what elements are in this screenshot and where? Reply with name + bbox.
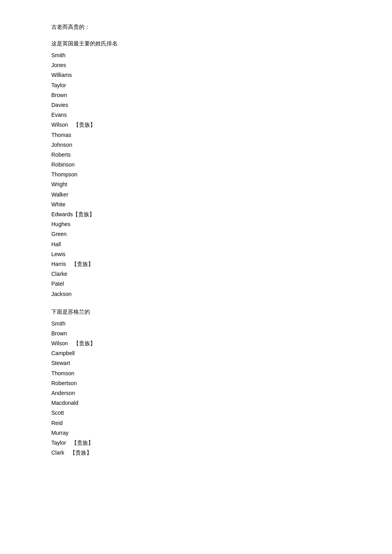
list-item: Roberts (51, 150, 341, 160)
name-text: Evans (51, 112, 67, 118)
list-item: Wilson 【贵族】 (51, 339, 341, 348)
name-text: Stewart (51, 360, 70, 366)
list-item: Murray (51, 428, 341, 438)
name-text: Robinson (51, 161, 75, 168)
page-container: 古老而高贵的： 这是英国最主要的姓氏排名 SmithJonesWilliamsT… (51, 24, 341, 458)
name-text: Davies (51, 102, 68, 108)
name-text: Harris (51, 261, 66, 267)
list-item: Scott (51, 408, 341, 418)
list-item: Harris 【贵族】 (51, 259, 341, 269)
name-text: Patel (51, 281, 64, 287)
name-text: Taylor (51, 82, 66, 88)
name-text: Murray (51, 430, 69, 436)
list-item: Edwards【贵族】 (51, 210, 341, 219)
name-text: Jackson (51, 291, 71, 297)
list-item: Clark 【贵族】 (51, 448, 341, 458)
name-text: Edwards (51, 211, 73, 217)
name-text: Reid (51, 420, 63, 426)
list-item: Jackson (51, 289, 341, 299)
noble-tag: 【贵族】 (68, 340, 96, 346)
list-item: Davies (51, 100, 341, 110)
list-item: Walker (51, 190, 341, 200)
list-item: Johnson (51, 140, 341, 150)
list-item: Green (51, 229, 341, 239)
list-item: Lewis (51, 249, 341, 259)
name-text: Wilson (51, 122, 68, 128)
list-item: Stewart (51, 358, 341, 368)
name-text: Campbell (51, 350, 75, 356)
name-text: Smith (51, 52, 66, 58)
name-text: Hughes (51, 221, 70, 227)
list-item: Patel (51, 279, 341, 289)
noble-tag: 【贵族】 (68, 122, 96, 128)
name-text: Wright (51, 181, 67, 187)
name-text: Jones (51, 62, 66, 68)
name-text: Taylor (51, 440, 66, 446)
name-text: Brown (51, 330, 67, 337)
list-item: Hughes (51, 219, 341, 229)
name-text: Johnson (51, 142, 72, 148)
list-item: Hall (51, 240, 341, 249)
noble-tag: 【贵族】 (64, 449, 92, 456)
list-item: Taylor (51, 80, 341, 90)
name-text: Scott (51, 410, 64, 416)
list-item: Clarke (51, 269, 341, 279)
list-item: Thomson (51, 369, 341, 378)
list-item: Brown (51, 329, 341, 339)
noble-tag: 【贵族】 (66, 261, 94, 267)
name-text: Brown (51, 92, 67, 98)
scotland-name-list: SmithBrownWilson 【贵族】CampbellStewartThom… (51, 319, 341, 458)
name-text: White (51, 201, 66, 208)
name-text: Robertson (51, 380, 77, 386)
list-item: Taylor 【贵族】 (51, 438, 341, 448)
name-text: Thomas (51, 132, 71, 138)
list-item: Wilson 【贵族】 (51, 120, 341, 130)
name-text: Lewis (51, 251, 66, 257)
section2-intro: 下面是苏格兰的 (51, 309, 341, 316)
list-item: Macdonald (51, 398, 341, 408)
list-item: Williams (51, 70, 341, 80)
section1-subtitle: 这是英国最主要的姓氏排名 (51, 40, 341, 47)
list-item: Robertson (51, 378, 341, 388)
list-item: Robinson (51, 160, 341, 170)
list-item: Wright (51, 180, 341, 189)
name-text: Macdonald (51, 400, 79, 406)
list-item: Reid (51, 418, 341, 428)
list-item: White (51, 200, 341, 210)
name-text: Wilson (51, 340, 68, 346)
list-item: Thomas (51, 130, 341, 140)
name-text: Thomson (51, 370, 74, 376)
name-text: Walker (51, 191, 68, 198)
list-item: Smith (51, 51, 341, 60)
name-text: Green (51, 231, 67, 237)
name-text: Clarke (51, 271, 67, 277)
list-item: Evans (51, 110, 341, 120)
name-text: Roberts (51, 152, 71, 158)
name-text: Thompson (51, 171, 77, 178)
list-item: Brown (51, 90, 341, 100)
name-text: Hall (51, 241, 61, 247)
list-item: Campbell (51, 348, 341, 358)
list-item: Thompson (51, 170, 341, 180)
name-text: Smith (51, 320, 66, 327)
noble-tag: 【贵族】 (73, 211, 95, 217)
list-item: Smith (51, 319, 341, 329)
name-text: Anderson (51, 390, 75, 396)
list-item: Jones (51, 60, 341, 70)
name-text: Williams (51, 72, 72, 78)
england-name-list: SmithJonesWilliamsTaylorBrownDaviesEvans… (51, 51, 341, 299)
list-item: Anderson (51, 388, 341, 398)
name-text: Clark (51, 449, 64, 456)
noble-tag: 【贵族】 (66, 440, 94, 446)
section1-intro: 古老而高贵的： (51, 24, 341, 31)
